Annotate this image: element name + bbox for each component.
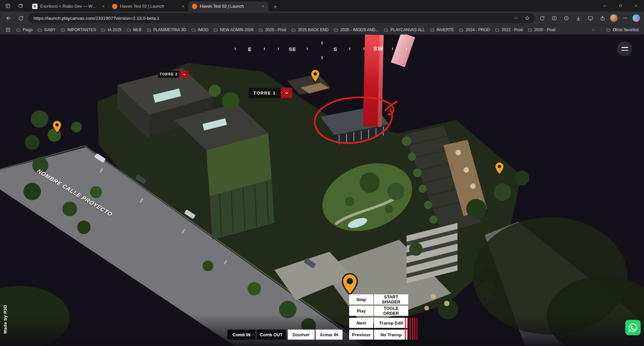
bookmark-folder[interactable]: 2025 BACK END <box>289 26 330 33</box>
hamburger-icon <box>622 47 628 48</box>
titlebar-left-icons <box>0 1 29 10</box>
refresh-icon[interactable] <box>16 13 25 23</box>
red-circle-annotation <box>307 90 404 153</box>
tab-haven-test-2-active[interactable]: Haven Test 02 | Launch <box>189 1 268 11</box>
togle-order-button[interactable]: TOGLE ORDER <box>374 306 408 316</box>
profile-avatar[interactable] <box>610 14 618 22</box>
other-favorites-label: Otros favoritos <box>613 27 639 32</box>
bookmark-folder[interactable]: IA 2025 <box>99 26 123 33</box>
bookmarks-divider <box>601 27 601 33</box>
bookmarks-bar: Flags GABY IMPORTANTES IA 2025 MLB PLANI… <box>0 25 644 35</box>
collections-icon[interactable] <box>549 13 559 23</box>
tab-close-icon[interactable] <box>260 4 266 9</box>
url-text[interactable]: https://launch.playcanvas.com/2331907?ve… <box>34 16 508 21</box>
armar-in-button[interactable]: Armar IN <box>316 330 342 340</box>
red-stripes-decoration <box>405 318 417 340</box>
folder-icon <box>258 28 263 32</box>
favorite-star-icon[interactable] <box>523 14 531 22</box>
sync-icon[interactable] <box>537 13 547 23</box>
no-transp-button[interactable]: No Transp <box>374 330 408 340</box>
bookmark-folder[interactable]: PLANIMETRIA 3D <box>145 26 188 33</box>
bookmark-folder[interactable]: 2025 - IMODS AND... <box>332 26 381 33</box>
bookmark-folder[interactable]: 2020 - Prod <box>526 26 557 33</box>
stop-button[interactable]: Stop <box>349 294 373 304</box>
location-pin-icon[interactable] <box>494 162 504 175</box>
bookmark-label: IA 2025 <box>108 27 121 32</box>
bookmark-folder[interactable]: IMOD <box>190 26 210 33</box>
maximize-button[interactable] <box>612 0 628 11</box>
next-button[interactable]: Next <box>349 318 373 328</box>
bookmark-label: IMOD <box>198 27 208 32</box>
reading-list-icon[interactable] <box>3 26 13 34</box>
bookmark-folder[interactable]: IMPORTANTES <box>59 26 98 33</box>
play-button[interactable]: Play <box>349 306 373 316</box>
close-button[interactable] <box>628 0 644 11</box>
disolver-button[interactable]: Disolver <box>288 330 315 340</box>
share-icon[interactable] <box>598 13 607 23</box>
bookmark-folder[interactable]: 2022 - Prod <box>493 26 524 33</box>
location-pin-icon-large[interactable] <box>341 273 359 295</box>
tab-close-icon[interactable] <box>100 4 106 9</box>
workspaces-icon[interactable] <box>3 1 12 10</box>
tab-actions-icon[interactable] <box>16 1 25 10</box>
compass-heading-marker <box>322 56 322 59</box>
location-pin-icon[interactable] <box>310 69 320 82</box>
compass-tick <box>264 48 265 50</box>
playcanvas-favicon <box>192 4 197 9</box>
address-bar[interactable]: https://launch.playcanvas.com/2331907?ve… <box>28 13 535 23</box>
minimize-button[interactable] <box>597 0 612 11</box>
bookmark-folder[interactable]: NEW ADMIN 2026 <box>212 26 255 33</box>
bookmark-label: IMPORTANTES <box>67 27 96 32</box>
back-icon[interactable] <box>4 13 13 23</box>
torre-1-dropdown-button[interactable] <box>281 88 292 98</box>
bookmark-label: 2024 - PROD <box>466 27 490 32</box>
torre-1-name: TORRE 1 <box>249 88 281 98</box>
transp-edif-button[interactable]: Transp Edif <box>374 318 408 328</box>
folder-icon <box>606 28 611 32</box>
bookmarks-overflow-chevron-icon[interactable] <box>589 26 598 34</box>
hamburger-icon <box>622 50 628 51</box>
copilot-icon[interactable] <box>633 14 640 22</box>
start-shader-button[interactable]: START SHADER <box>374 294 408 304</box>
torre-2-label[interactable]: TORRE 2 <box>158 71 189 78</box>
bookmark-folder[interactable]: 2024 - PROD <box>457 26 491 33</box>
site-permissions-icon[interactable] <box>512 14 520 22</box>
bookmark-folder[interactable]: 2025 - Prod <box>257 26 288 33</box>
torre-2-dropdown-button[interactable] <box>179 71 189 78</box>
playcanvas-viewport[interactable]: E SE S SW TORRE 2 TORRE 1 <box>0 35 644 346</box>
bookmark-folder[interactable]: PLAYCANVAS ALL <box>382 26 426 33</box>
folder-icon <box>61 28 65 32</box>
torre-1-label[interactable]: TORRE 1 <box>249 88 292 98</box>
bookmark-label: GABY <box>44 27 55 32</box>
previous-button[interactable]: Previous <box>349 330 373 340</box>
wordpress-favicon: R <box>32 4 38 9</box>
tab-strip: R Escritorio < Rialto Dev — WordPr Haven… <box>0 0 644 11</box>
new-tab-button[interactable] <box>270 2 280 11</box>
bookmark-folder[interactable]: GABY <box>36 26 57 33</box>
scene-menu-button[interactable] <box>617 41 632 56</box>
comb-out-button[interactable]: Comb OUT <box>257 330 286 340</box>
tab-haven-test-1[interactable]: Haven Test 02 | Launch <box>109 1 189 11</box>
bookmark-folder[interactable]: MLB <box>125 26 143 33</box>
bookmark-folder[interactable]: INVERTE <box>428 26 456 33</box>
other-favorites-folder[interactable]: Otros favoritos <box>604 26 641 33</box>
chevron-down-icon <box>182 72 186 76</box>
history-icon[interactable] <box>561 13 571 23</box>
screenshot-icon[interactable] <box>586 13 595 23</box>
settings-more-icon[interactable] <box>621 13 630 23</box>
location-pin-icon[interactable] <box>52 120 62 133</box>
compass-tick <box>350 48 350 50</box>
whatsapp-icon <box>628 323 638 333</box>
bookmark-label: 2025 - Prod <box>265 27 286 32</box>
folder-icon <box>191 28 196 32</box>
downloads-icon[interactable] <box>574 13 583 23</box>
chevron-down-icon <box>284 91 289 96</box>
comb-in-button[interactable]: Comb IN <box>227 330 256 340</box>
whatsapp-button[interactable] <box>625 320 641 335</box>
tab-close-icon[interactable] <box>180 4 186 9</box>
folder-icon <box>126 28 131 32</box>
tab-wordpress[interactable]: R Escritorio < Rialto Dev — WordPr <box>29 1 109 11</box>
tabs-container: R Escritorio < Rialto Dev — WordPr Haven… <box>29 0 280 11</box>
bookmark-folder[interactable]: Flags <box>14 26 34 33</box>
bookmark-label: 2025 - IMODS AND... <box>340 27 379 32</box>
